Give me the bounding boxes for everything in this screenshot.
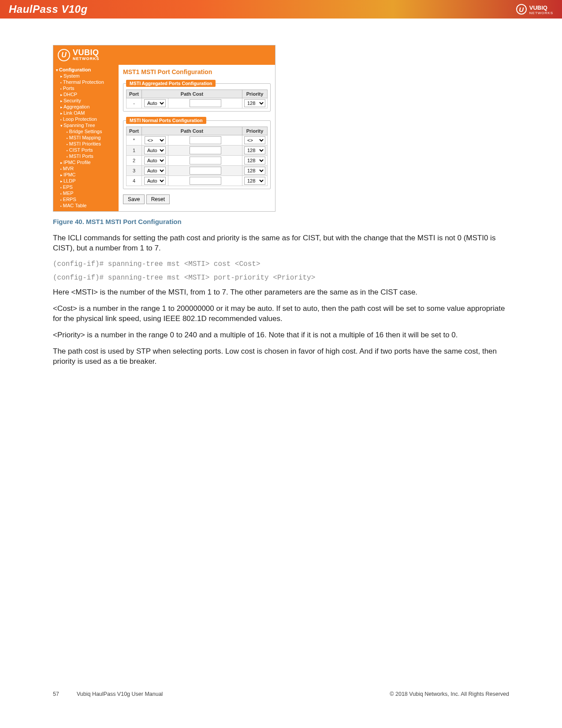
nav-item[interactable]: Ports xyxy=(53,85,119,91)
nav-item[interactable]: CIST Ports xyxy=(53,147,119,153)
port-cell: 1 xyxy=(127,146,142,156)
table-row: 1Auto128 xyxy=(127,146,268,156)
app-brand: VUBIQ xyxy=(73,48,99,57)
paragraph: <Priority> is a number in the range 0 to… xyxy=(53,330,509,340)
priority-select[interactable]: 128 xyxy=(244,146,265,154)
table-row: *<><> xyxy=(127,135,268,146)
pathcost-select[interactable]: Auto xyxy=(144,146,166,154)
brand-mark-icon: U xyxy=(516,4,527,15)
nav-item[interactable]: MVR xyxy=(53,165,119,172)
aggregated-ports-group: MSTI Aggregated Ports Configuration Port… xyxy=(123,80,271,112)
code-line: (config-if)# spanning-tree mst <MSTI> po… xyxy=(53,273,509,283)
col-port: Port xyxy=(127,90,142,98)
page-footer: 57 Vubiq HaulPass V10g User Manual © 201… xyxy=(53,691,509,697)
nav-item[interactable]: Bridge Settings xyxy=(53,128,119,134)
brand-logo: U VUBIQ NETWORKS xyxy=(516,4,553,15)
page-content: U VUBIQ NETWORKS Configuration SystemThe… xyxy=(0,19,562,367)
nav-item[interactable]: System xyxy=(53,73,119,79)
nav-heading[interactable]: Configuration xyxy=(53,67,119,73)
table-row: 4Auto128 xyxy=(127,176,268,186)
pathcost-input[interactable] xyxy=(190,177,221,185)
nav-item[interactable]: IPMC xyxy=(53,172,119,178)
port-cell: * xyxy=(127,135,142,146)
save-button[interactable]: Save xyxy=(123,194,145,204)
config-ui-screenshot: U VUBIQ NETWORKS Configuration SystemThe… xyxy=(53,45,275,212)
pane-title: MST1 MSTI Port Configuration xyxy=(123,68,271,75)
paragraph: Here <MSTI> is the number of the MSTI, f… xyxy=(53,287,509,298)
paragraph: The ICLI commands for setting the path c… xyxy=(53,233,509,254)
nav-item[interactable]: IPMC Profile xyxy=(53,159,119,165)
normal-ports-group: MSTI Normal Ports Configuration Port Pat… xyxy=(123,117,271,189)
table-row: -Auto128 xyxy=(127,98,268,108)
normal-legend: MSTI Normal Ports Configuration xyxy=(126,117,206,124)
aggregated-table: Port Path Cost Priority -Auto128 xyxy=(126,90,268,108)
nav-item[interactable]: MSTI Ports xyxy=(53,153,119,159)
pathcost-select[interactable]: Auto xyxy=(144,167,166,175)
nav-item[interactable]: Loop Protection xyxy=(53,116,119,122)
manual-title: Vubiq HaulPass V10g User Manual xyxy=(77,691,163,697)
config-pane: MST1 MSTI Port Configuration MSTI Aggreg… xyxy=(119,65,275,211)
copyright: © 2018 Vubiq Networks, Inc. All Rights R… xyxy=(390,691,509,697)
paragraph: <Cost> is a number in the range 1 to 200… xyxy=(53,304,509,324)
reset-button[interactable]: Reset xyxy=(146,194,170,204)
nav-item[interactable]: Thermal Protection xyxy=(53,79,119,85)
nav-item[interactable]: MSTI Priorities xyxy=(53,141,119,147)
port-cell: - xyxy=(127,98,142,108)
col-port: Port xyxy=(127,127,142,135)
nav-item[interactable]: MAC Table xyxy=(53,202,119,209)
pathcost-input[interactable] xyxy=(190,99,221,107)
priority-select[interactable]: <> xyxy=(244,136,265,144)
app-brand-sub: NETWORKS xyxy=(73,56,100,61)
port-cell: 2 xyxy=(127,156,142,166)
priority-select[interactable]: 128 xyxy=(244,167,265,175)
pathcost-select[interactable]: Auto xyxy=(144,157,166,164)
col-pathcost: Path Cost xyxy=(142,127,242,135)
nav-item[interactable]: DHCP xyxy=(53,91,119,97)
pathcost-select[interactable]: Auto xyxy=(144,177,166,185)
brand-subtext: NETWORKS xyxy=(529,11,553,15)
pathcost-input[interactable] xyxy=(190,157,221,164)
paragraph: The path cost is used by STP when select… xyxy=(53,347,509,367)
aggregated-legend: MSTI Aggregated Ports Configuration xyxy=(126,80,216,87)
figure-caption: Figure 40. MST1 MSTI Port Configuration xyxy=(53,218,509,225)
brand-text: VUBIQ xyxy=(529,4,547,11)
col-pathcost: Path Cost xyxy=(142,90,242,98)
nav-item[interactable]: Security xyxy=(53,97,119,104)
nav-item[interactable]: ERPS xyxy=(53,196,119,202)
nav-item[interactable]: LLDP xyxy=(53,178,119,184)
priority-select[interactable]: 128 xyxy=(244,177,265,185)
table-row: 2Auto128 xyxy=(127,156,268,166)
nav-item[interactable]: EPS xyxy=(53,184,119,190)
priority-select[interactable]: 128 xyxy=(244,99,265,107)
port-cell: 3 xyxy=(127,166,142,176)
col-priority: Priority xyxy=(242,90,268,98)
product-title: HaulPass V10g xyxy=(9,3,88,15)
priority-select[interactable]: 128 xyxy=(244,157,265,164)
port-cell: 4 xyxy=(127,176,142,186)
pathcost-select[interactable]: <> xyxy=(145,136,166,144)
page-number: 57 xyxy=(53,691,59,697)
normal-table: Port Path Cost Priority *<><>1Auto1282Au… xyxy=(126,127,268,186)
table-row: 3Auto128 xyxy=(127,166,268,176)
code-line: (config-if)# spanning-tree mst <MSTI> co… xyxy=(53,260,509,269)
nav-item[interactable]: MEP xyxy=(53,190,119,196)
pathcost-input[interactable] xyxy=(190,136,221,144)
pathcost-input[interactable] xyxy=(190,146,221,154)
page-header-bar: HaulPass V10g U VUBIQ NETWORKS xyxy=(0,0,562,19)
nav-sidebar: Configuration SystemThermal ProtectionPo… xyxy=(53,65,119,211)
pathcost-input[interactable] xyxy=(190,167,221,175)
col-priority: Priority xyxy=(242,127,268,135)
app-header: U VUBIQ NETWORKS xyxy=(53,45,275,65)
app-logo-icon: U xyxy=(58,49,70,61)
nav-item[interactable]: MSTI Mapping xyxy=(53,134,119,141)
nav-item[interactable]: Link OAM xyxy=(53,110,119,116)
nav-item[interactable]: Spanning Tree xyxy=(53,122,119,128)
nav-item[interactable]: Aggregation xyxy=(53,104,119,110)
pathcost-select[interactable]: Auto xyxy=(144,99,166,107)
